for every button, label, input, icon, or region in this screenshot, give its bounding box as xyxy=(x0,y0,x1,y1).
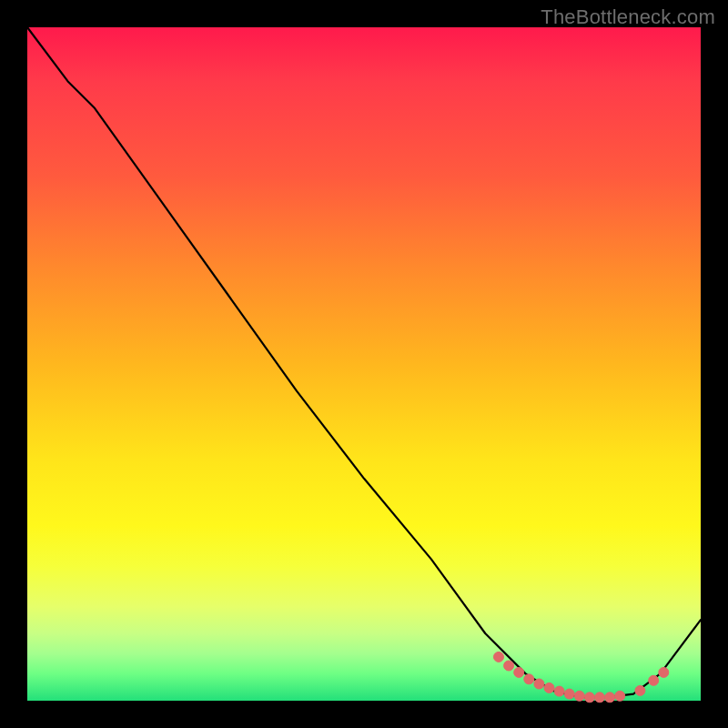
highlight-dot xyxy=(514,667,524,677)
highlight-dot xyxy=(659,667,669,677)
highlight-dot xyxy=(494,652,504,662)
highlight-dot xyxy=(524,674,534,684)
bottleneck-curve xyxy=(27,27,701,697)
watermark-text: TheBottleneck.com xyxy=(541,5,715,29)
highlight-dot xyxy=(564,689,574,699)
highlight-dots xyxy=(494,652,669,702)
highlight-dot xyxy=(554,686,564,696)
chart-frame: TheBottleneck.com xyxy=(0,0,728,728)
highlight-dot xyxy=(615,691,625,701)
plot-area xyxy=(27,27,701,701)
chart-svg xyxy=(27,27,701,701)
highlight-dot xyxy=(584,693,594,703)
highlight-dot xyxy=(544,682,554,693)
highlight-dot xyxy=(649,675,659,685)
highlight-dot xyxy=(504,661,514,671)
highlight-dot xyxy=(635,685,645,695)
highlight-dot xyxy=(605,693,615,703)
highlight-dot xyxy=(534,679,544,689)
highlight-dot xyxy=(574,691,584,701)
highlight-dot xyxy=(595,693,605,703)
